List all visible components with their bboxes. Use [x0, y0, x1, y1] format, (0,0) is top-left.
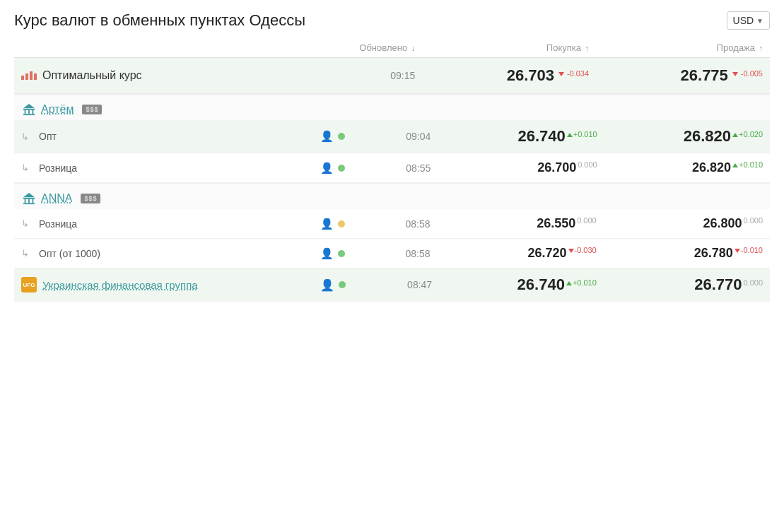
svg-rect-1: [25, 110, 26, 114]
sub-updated-cell: 08:55: [351, 153, 438, 183]
updated-time: 08:58: [405, 248, 430, 259]
optimal-row: Оптимальный курс 09:15 26.703 -0.034 26.…: [14, 58, 770, 94]
exchanges-container: Артём $$$ ↳ Опт 👤 09:0426.740+0.01026.82…: [14, 94, 770, 302]
sub-name-cell: ↳ Розница: [14, 209, 313, 239]
sell-price: 26.780: [694, 246, 733, 260]
sub-label: Опт (от 1000): [39, 248, 100, 259]
bank-icon: [21, 191, 37, 206]
sub-updated-cell: 08:58: [351, 209, 438, 239]
buy-change: -0.030: [568, 246, 597, 254]
sub-label: Розница: [39, 162, 77, 174]
icons-cell-ufg: 👤: [313, 268, 353, 302]
sub-name-cell: ↳ Розница: [14, 153, 313, 183]
svg-rect-6: [23, 198, 35, 199]
sell-price: 26.820: [692, 160, 731, 175]
person-icon: 👤: [320, 130, 334, 143]
triangle-down-icon: [558, 72, 564, 76]
person-icon: 👤: [320, 247, 334, 260]
sub-row-anna-0: ↳ Розница 👤 08:5826.5500.00026.8000.000: [14, 209, 770, 239]
svg-rect-4: [23, 114, 35, 115]
svg-marker-5: [23, 104, 35, 108]
sub-row-artem-1: ↳ Розница 👤 08:5526.7000.00026.820+0.010: [14, 153, 770, 183]
svg-rect-10: [23, 203, 35, 204]
triangle-up-icon: [566, 281, 572, 285]
buy-change: 0.000: [577, 216, 597, 225]
sub-label: Опт: [39, 131, 57, 142]
currency-selector[interactable]: USD ▼: [727, 11, 770, 30]
sub-sell-cell: 26.8000.000: [604, 209, 770, 239]
person-icon: 👤: [320, 278, 334, 292]
col-header-updated: Обновлено ↓: [332, 38, 422, 58]
sub-row-anna-1: ↳ Опт (от 1000) 👤 08:5826.720-0.03026.78…: [14, 239, 770, 268]
exchange-link-artem[interactable]: Артём: [41, 103, 74, 116]
buy-price: 26.720: [527, 246, 566, 260]
sub-row-artem-0: ↳ Опт 👤 09:0426.740+0.01026.820+0.020: [14, 120, 770, 153]
status-dot: [338, 165, 345, 172]
status-dot: [338, 250, 345, 257]
updated-time: 09:04: [406, 131, 431, 142]
sub-label: Розница: [39, 218, 77, 230]
exchange-row-ufg: UFG Украинская финансовая группа 👤 08:47…: [14, 268, 770, 302]
buy-cell-ufg: 26.740+0.010: [439, 268, 604, 302]
sub-name-cell: ↳ Опт: [14, 120, 313, 153]
sub-icons-cell: 👤: [313, 153, 351, 183]
sub-buy-cell: 26.7000.000: [438, 153, 604, 183]
chevron-down-icon: ▼: [756, 17, 763, 25]
optimal-updated: 09:15: [332, 58, 422, 94]
exchange-header-anna: ANNA $$$: [14, 184, 770, 210]
svg-rect-7: [25, 199, 26, 203]
page-container: Курс валют в обменных пунктах Одессы USD…: [0, 0, 784, 313]
optimal-name-cell: Оптимальный курс: [14, 58, 332, 94]
sub-sell-cell: 26.780-0.010: [604, 239, 770, 268]
sub-buy-cell: 26.5500.000: [437, 209, 603, 239]
exchange-name-cell-ufg: UFG Украинская финансовая группа: [14, 268, 313, 302]
svg-rect-0: [23, 109, 35, 110]
svg-rect-3: [33, 110, 34, 114]
sell-change: +0.010: [732, 160, 763, 169]
indent-arrow: ↳: [21, 162, 29, 173]
col-header-sell: Продажа ↑: [596, 38, 770, 58]
status-dot: [339, 281, 346, 288]
exchange-link-anna[interactable]: ANNA: [41, 192, 72, 205]
rates-table: Обновлено ↓ Покупка ↑ Продажа ↑: [14, 38, 770, 94]
sort-buy-icon[interactable]: ↑: [585, 44, 590, 52]
svg-rect-9: [33, 199, 34, 203]
buy-price: 26.740: [517, 276, 565, 293]
sub-icons-cell: 👤: [313, 209, 351, 239]
col-header-buy: Покупка ↑: [422, 38, 596, 58]
sort-sell-icon[interactable]: ↑: [759, 44, 763, 52]
exchange-header-cell-artem: Артём $$$: [14, 95, 770, 121]
buy-price: 26.550: [537, 216, 575, 230]
triangle-up-icon: [732, 163, 738, 167]
money-icon: $$$: [81, 194, 100, 203]
sub-updated-cell: 09:04: [351, 120, 438, 153]
updated-cell-ufg: 08:47: [353, 268, 439, 302]
sub-sell-cell: 26.820+0.010: [604, 153, 770, 183]
sub-icons-cell: 👤: [313, 120, 351, 153]
exchange-header-cell-anna: ANNA $$$: [14, 184, 770, 210]
optimal-bar-icon: [21, 71, 37, 80]
triangle-up-icon: [567, 133, 573, 137]
indent-arrow: ↳: [21, 131, 29, 142]
person-icon: 👤: [320, 218, 334, 230]
sell-change: 0.000: [743, 278, 763, 287]
buy-price: 26.740: [517, 127, 565, 145]
exchange-link-ufg[interactable]: Украинская финансовая группа: [42, 279, 198, 291]
triangle-down-icon: [568, 249, 574, 253]
money-icon: $$$: [82, 105, 102, 114]
sell-price: 26.770: [694, 276, 742, 293]
table-body: Оптимальный курс 09:15 26.703 -0.034 26.…: [14, 58, 770, 94]
indent-arrow: ↳: [21, 248, 29, 259]
svg-rect-8: [28, 199, 30, 203]
col-header-name: [14, 38, 332, 58]
sort-updated-icon[interactable]: ↓: [411, 44, 416, 52]
svg-rect-2: [28, 110, 30, 114]
ufg-icon: UFG: [21, 277, 37, 292]
buy-change: 0.000: [578, 160, 597, 169]
sub-buy-cell: 26.740+0.010: [438, 120, 604, 153]
optimal-label: Оптимальный курс: [42, 69, 142, 82]
optimal-sell-change: -0.005: [732, 69, 763, 78]
status-dot: [338, 133, 345, 140]
updated-time: 08:58: [405, 218, 430, 230]
triangle-down-icon: [732, 72, 738, 76]
